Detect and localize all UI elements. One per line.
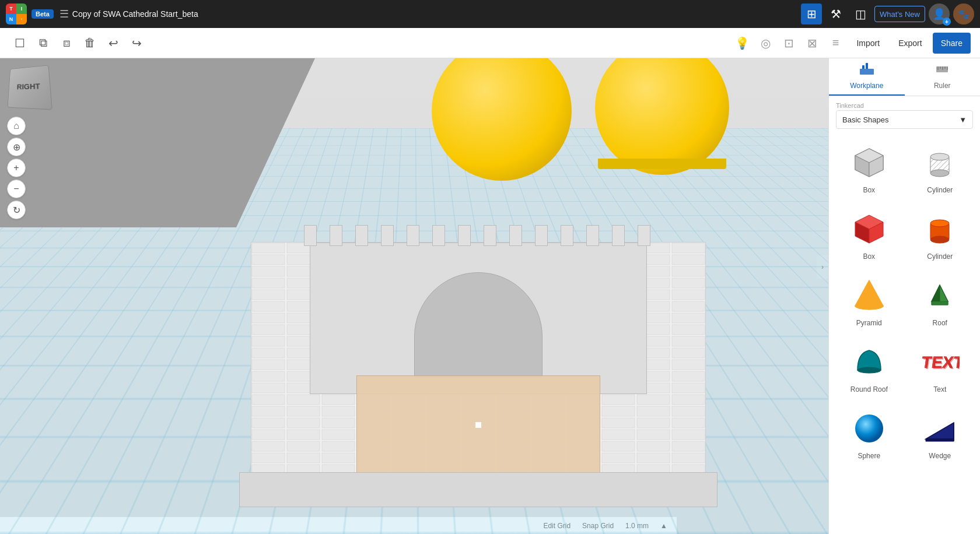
add-user-icon: + xyxy=(943,17,951,26)
fit-view-button[interactable]: ⊕ xyxy=(7,138,26,156)
svg-point-37 xyxy=(858,367,881,373)
svg-rect-7 xyxy=(862,65,864,69)
shape-pyramid-label: Pyramid xyxy=(856,319,882,327)
tab-ruler[interactable]: Ruler xyxy=(905,58,981,96)
snap-arrow-icon[interactable]: ▲ xyxy=(660,522,667,530)
shape-roof-preview xyxy=(919,275,961,317)
panel-collapse-button[interactable]: › xyxy=(817,255,828,279)
logo-i: I xyxy=(16,3,27,14)
tab-workplane[interactable]: Workplane xyxy=(829,58,905,96)
shape-round-roof-label: Round Roof xyxy=(850,385,888,394)
svg-rect-6 xyxy=(860,69,874,75)
library-dropdown[interactable]: Basic Shapes ▼ xyxy=(836,110,973,129)
svg-point-32 xyxy=(855,303,883,310)
duplicate-button[interactable]: ⧈ xyxy=(56,33,77,54)
shape-text-preview: TEXT TEXT xyxy=(919,341,961,383)
svg-marker-41 xyxy=(926,423,954,439)
shape-box-gray[interactable]: Box xyxy=(836,137,902,199)
light-icon[interactable]: 💡 xyxy=(732,33,752,54)
snap-grid-label: Snap Grid xyxy=(582,522,614,530)
view-cube[interactable]: RIGHT xyxy=(7,65,49,107)
svg-point-29 xyxy=(930,236,949,243)
tinkercad-logo[interactable]: T I N · xyxy=(6,3,27,24)
mirror-icon[interactable]: ⊠ xyxy=(802,33,822,54)
zoom-in-button[interactable]: + xyxy=(7,159,26,177)
3d-viewport[interactable]: RIGHT ⌂ ⊕ + − ↻ Edit Grid Snap Grid 1.0 … xyxy=(0,58,828,534)
shape-roof-green[interactable]: Roof xyxy=(907,270,974,332)
grid-view-button[interactable]: ⊞ xyxy=(801,3,822,24)
svg-rect-8 xyxy=(866,63,868,69)
adjust-button[interactable]: ◫ xyxy=(850,3,871,24)
tab-workplane-label: Workplane xyxy=(850,82,883,90)
document-title[interactable]: Copy of SWA Cathedral Start_beta xyxy=(72,9,198,19)
whats-new-button[interactable]: What's New xyxy=(874,6,925,22)
shape-roof-label: Roof xyxy=(933,319,947,327)
zoom-out-button[interactable]: − xyxy=(7,180,26,198)
select-icon[interactable]: ◎ xyxy=(755,33,776,54)
shape-round-roof-preview xyxy=(848,341,890,383)
logo-dot: · xyxy=(16,14,27,24)
shapes-row-3: Pyramid Roof xyxy=(836,270,973,332)
shape-box-red-label: Box xyxy=(863,252,875,261)
tab-ruler-label: Ruler xyxy=(934,82,951,90)
svg-point-23 xyxy=(930,170,949,177)
shape-text-label: Text xyxy=(933,385,946,394)
view-cube-face[interactable]: RIGHT xyxy=(8,65,52,110)
shape-wedge-preview xyxy=(919,407,961,449)
workplane-icon xyxy=(859,63,875,79)
align-icon[interactable]: ≡ xyxy=(825,33,846,54)
new-workplane-button[interactable]: ☐ xyxy=(9,33,30,54)
shapes-row-5: Sphere Wedge xyxy=(836,403,973,465)
home-view-button[interactable]: ⌂ xyxy=(7,117,26,135)
shape-pyramid-yellow[interactable]: Pyramid xyxy=(836,270,902,332)
shape-wedge-blue[interactable]: Wedge xyxy=(907,403,974,465)
shape-box-red-preview xyxy=(848,208,890,250)
shapes-row-4: Round Roof TEXT TEXT Text xyxy=(836,336,973,398)
logo-n: N xyxy=(6,14,16,24)
shape-library-section: Tinkercad Basic Shapes ▼ xyxy=(829,96,980,132)
rotate-button[interactable]: ↻ xyxy=(7,201,26,219)
svg-point-40 xyxy=(855,414,883,442)
shape-cylinder-orange[interactable]: Cylinder xyxy=(907,203,974,265)
shape-pyramid-preview xyxy=(848,275,890,317)
import-button[interactable]: Import xyxy=(848,33,888,54)
topbar-right-actions: ⊞ ⚒ ◫ What's New 👤 + 🐾 xyxy=(801,3,974,24)
ruler-icon xyxy=(934,63,950,79)
shape-wedge-label: Wedge xyxy=(929,452,951,460)
main-toolbar: ☐ ⧉ ⧈ 🗑 ↩ ↪ 💡 ◎ ⊡ ⊠ ≡ Import Export Shar… xyxy=(0,28,980,58)
shape-round-roof-teal[interactable]: Round Roof xyxy=(836,336,902,398)
delete-button[interactable]: 🗑 xyxy=(79,33,100,54)
snap-grid-value[interactable]: 1.0 mm xyxy=(625,522,649,530)
avatar-button[interactable]: 🐾 xyxy=(953,3,974,24)
undo-button[interactable]: ↩ xyxy=(103,33,124,54)
shape-sphere-label: Sphere xyxy=(858,452,880,460)
shape-text-red[interactable]: TEXT TEXT Text xyxy=(907,336,974,398)
shape-cylinder-orange-preview xyxy=(919,208,961,250)
export-button[interactable]: Export xyxy=(890,33,930,54)
top-bar: T I N · Beta ☰ Copy of SWA Cathedral Sta… xyxy=(0,0,980,28)
svg-marker-42 xyxy=(926,439,954,441)
document-icon: ☰ xyxy=(60,8,69,20)
tools-button[interactable]: ⚒ xyxy=(825,3,846,24)
beta-badge: Beta xyxy=(32,9,54,19)
shape-sphere-blue[interactable]: Sphere xyxy=(836,403,902,465)
viewport-nav-controls: ⌂ ⊕ + − ↻ xyxy=(7,117,26,219)
share-button[interactable]: Share xyxy=(933,33,971,54)
shape-sphere-preview xyxy=(848,407,890,449)
shape-box-gray-label: Box xyxy=(863,186,875,194)
user-profile-button[interactable]: 👤 + xyxy=(929,3,950,24)
crop-icon[interactable]: ⊡ xyxy=(778,33,799,54)
copy-button[interactable]: ⧉ xyxy=(33,33,54,54)
redo-button[interactable]: ↪ xyxy=(126,33,147,54)
edit-grid-label[interactable]: Edit Grid xyxy=(543,522,570,530)
svg-rect-36 xyxy=(932,301,948,305)
shape-cylinder-gray[interactable]: Cylinder xyxy=(907,137,974,199)
shape-box-red[interactable]: Box xyxy=(836,203,902,265)
toolbar-right: 💡 ◎ ⊡ ⊠ ≡ Import Export Share xyxy=(732,33,971,54)
svg-text:TEXT: TEXT xyxy=(922,354,960,373)
shape-cylinder-gray-label: Cylinder xyxy=(927,186,953,194)
svg-point-28 xyxy=(930,220,949,227)
panel-tabs: Workplane Ruler xyxy=(829,58,980,96)
sphere-base xyxy=(598,159,726,169)
cathedral-structure xyxy=(251,175,706,507)
